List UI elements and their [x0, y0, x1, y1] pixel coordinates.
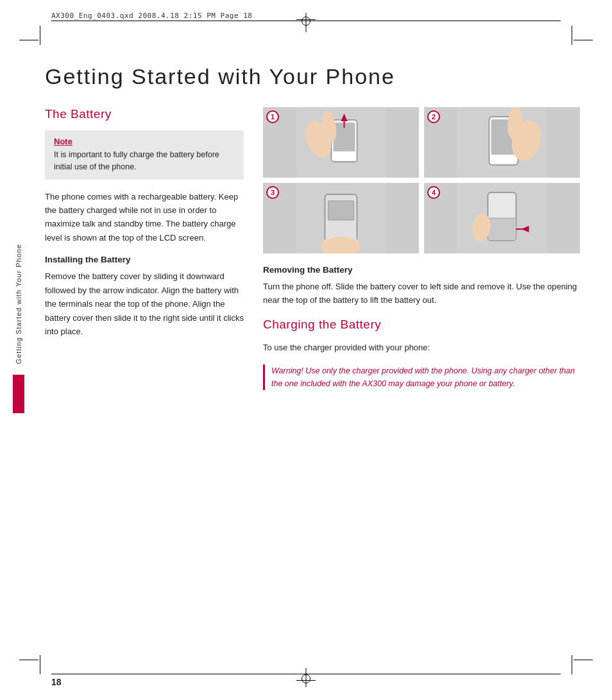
header-text: AX300_Eng_0403.qxd 2008.4.18 2:15 PM Pag… [51, 12, 252, 20]
step-badge-3: 3 [266, 186, 279, 199]
crop-mark-tl-h [19, 40, 38, 40]
step-badge-2: 2 [427, 110, 440, 123]
step-1-illustration [263, 107, 419, 178]
note-box: Note It is important to fully charge the… [45, 130, 244, 180]
bottom-line [51, 674, 561, 674]
intro-text: The phone comes with a rechargeable batt… [45, 190, 244, 245]
sidebar-bar [13, 375, 24, 413]
page-title: Getting Started with Your Phone [45, 64, 580, 89]
note-text: It is important to fully charge the batt… [54, 149, 235, 173]
right-column: 1 2 [263, 107, 580, 390]
battery-step-4: 4 [424, 183, 580, 253]
svg-rect-19 [488, 218, 516, 241]
page-number: 18 [51, 677, 62, 687]
left-column: The Battery Note It is important to full… [45, 107, 244, 390]
page-content: Getting Started with Your Phone The Batt… [45, 32, 580, 662]
battery-steps-grid: 1 2 [263, 107, 580, 253]
removing-text: Turn the phone off. Slide the battery co… [263, 280, 580, 307]
battery-step-3: 3 [263, 183, 419, 253]
step-2-illustration [424, 107, 580, 178]
warning-text: Warning! Use only the charger provided w… [271, 364, 580, 390]
charging-section-heading: Charging the Battery [263, 318, 580, 332]
header-bar: AX300_Eng_0403.qxd 2008.4.18 2:15 PM Pag… [51, 12, 561, 20]
battery-section-heading: The Battery [45, 107, 244, 121]
install-heading: Installing the Battery [45, 255, 244, 264]
crop-mark-bl-v [40, 655, 40, 674]
sidebar: Getting Started with Your Phone [13, 244, 24, 413]
svg-rect-16 [323, 239, 359, 248]
sidebar-text: Getting Started with Your Phone [15, 244, 22, 364]
step-4-illustration [424, 183, 580, 253]
crop-mark-bl-h [19, 660, 38, 660]
crop-mark-tl-v [40, 26, 40, 45]
install-text: Remove the battery cover by sliding it d… [45, 269, 244, 338]
reg-mark-bottom-circle [302, 674, 310, 683]
warning-block: Warning! Use only the charger provided w… [263, 364, 580, 390]
header-line [51, 21, 561, 21]
step-3-illustration [263, 183, 419, 253]
battery-step-1: 1 [263, 107, 419, 178]
step-badge-4: 4 [427, 186, 440, 199]
columns: The Battery Note It is important to full… [45, 107, 580, 390]
battery-step-2: 2 [424, 107, 580, 178]
note-label: Note [54, 137, 235, 146]
svg-rect-14 [328, 201, 354, 220]
charging-intro: To use the charger provided with your ph… [263, 341, 580, 354]
removing-heading: Removing the Battery [263, 265, 580, 275]
step-badge-1: 1 [266, 110, 279, 123]
